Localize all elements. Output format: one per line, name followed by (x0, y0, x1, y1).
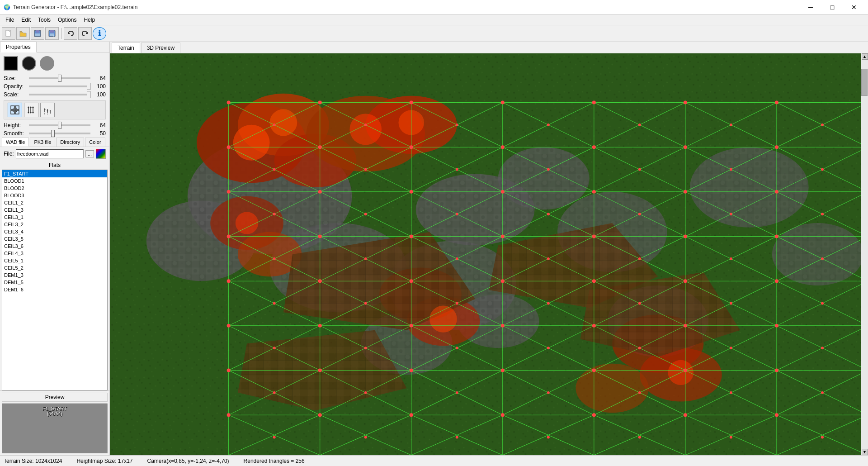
svg-point-243 (227, 235, 231, 238)
file-row: File: ... (0, 147, 109, 161)
flat-item-8[interactable]: CEIL3_4 (2, 228, 107, 235)
redo-button[interactable] (78, 27, 92, 40)
flat-item-16[interactable]: DEM1_6 (2, 286, 107, 293)
svg-point-334 (456, 436, 458, 439)
browse-button[interactable]: ... (85, 150, 94, 157)
brush-area (0, 52, 109, 74)
svg-point-290 (273, 168, 276, 171)
tab-wad-file[interactable]: WAD file (2, 138, 29, 147)
svg-point-238 (501, 190, 505, 194)
flat-item-12[interactable]: CEIL5_1 (2, 257, 107, 264)
flat-item-14[interactable]: DEM1_3 (2, 271, 107, 279)
tool-smooth-button[interactable] (40, 103, 55, 117)
brush-solid-square[interactable] (4, 56, 18, 71)
height-slider[interactable] (29, 124, 90, 126)
flat-list[interactable]: F1_START BLOOD1 BLOOD2 BLOOD3 CEIL1_2 CE… (2, 170, 108, 390)
svg-point-246 (501, 235, 505, 238)
svg-point-270 (501, 369, 505, 372)
brush-circle-soft[interactable] (40, 56, 54, 71)
svg-point-315 (638, 302, 641, 305)
menu-edit[interactable]: Edit (18, 16, 34, 24)
tool-grid-button[interactable] (8, 103, 22, 117)
size-row: Size: 64 (0, 74, 109, 82)
smooth-slider[interactable] (29, 133, 90, 134)
undo-button[interactable] (64, 27, 77, 40)
statusbar: Terrain Size: 1024x1024 Heightmap Size: … (0, 455, 868, 466)
svg-rect-15 (13, 111, 14, 112)
size-slider[interactable] (29, 77, 90, 79)
height-value: 64 (92, 122, 106, 128)
svg-point-225 (775, 101, 778, 105)
new-button[interactable] (2, 27, 15, 40)
info-button[interactable]: ℹ (93, 27, 106, 40)
flat-item-5[interactable]: CEIL1_3 (2, 206, 107, 214)
svg-point-241 (775, 190, 778, 194)
tab-3d-preview[interactable]: 3D Preview (141, 43, 180, 53)
svg-point-303 (821, 213, 824, 215)
opacity-slider[interactable] (29, 86, 90, 87)
tab-directory[interactable]: Directory (56, 138, 84, 147)
flat-item-15[interactable]: DEM1_5 (2, 279, 107, 286)
open-button[interactable] (16, 27, 30, 40)
brush-circle-hard[interactable] (22, 56, 36, 71)
size-label: Size: (4, 75, 27, 81)
menu-file[interactable]: File (2, 16, 18, 24)
scrollbar-vertical[interactable]: ▲ ▼ (861, 53, 868, 455)
svg-point-301 (638, 213, 641, 215)
svg-point-232 (684, 145, 687, 149)
svg-point-271 (592, 369, 596, 372)
svg-point-317 (821, 302, 824, 305)
smooth-value: 50 (92, 130, 106, 137)
svg-point-275 (227, 413, 231, 417)
flat-item-7[interactable]: CEIL3_2 (2, 221, 107, 228)
svg-point-280 (684, 413, 687, 417)
svg-point-299 (456, 213, 458, 215)
flat-item-2[interactable]: BLOOD2 (2, 185, 107, 192)
flat-item-11[interactable]: CEIL4_3 (2, 250, 107, 257)
scale-slider[interactable] (29, 94, 90, 95)
minimize-button[interactable]: ─ (800, 0, 821, 14)
flat-item-1[interactable]: BLOOD1 (2, 177, 107, 185)
tool-updown-button[interactable] (24, 103, 38, 117)
color-palette-button[interactable] (96, 149, 106, 159)
scroll-down-btn[interactable]: ▼ (862, 449, 868, 455)
flat-item-4[interactable]: CEIL1_2 (2, 199, 107, 206)
svg-point-312 (364, 302, 367, 305)
svg-point-336 (638, 436, 641, 439)
close-button[interactable]: ✕ (844, 0, 864, 14)
svg-point-283 (273, 124, 276, 126)
svg-point-85 (349, 114, 382, 145)
svg-point-223 (592, 101, 596, 105)
menu-help[interactable]: Help (80, 16, 99, 24)
svg-point-324 (821, 347, 824, 349)
svg-point-224 (684, 101, 687, 105)
save-button[interactable] (31, 27, 44, 40)
tab-color[interactable]: Color (85, 138, 105, 147)
svg-point-231 (592, 145, 596, 149)
flat-item-9[interactable]: CEIL3_5 (2, 235, 107, 243)
tab-terrain[interactable]: Terrain (112, 43, 140, 53)
save-as-button[interactable]: + (45, 27, 59, 40)
svg-point-265 (775, 324, 778, 328)
scroll-up-btn[interactable]: ▲ (862, 53, 868, 60)
flat-item-10[interactable]: CEIL3_6 (2, 243, 107, 250)
maximize-button[interactable]: □ (822, 0, 843, 14)
flat-item-0[interactable]: F1_START (2, 170, 107, 177)
flat-item-6[interactable]: CEIL3_1 (2, 214, 107, 221)
camera-status: Camera(x=0,85, y=-1,24, z=-4,70) (147, 458, 229, 464)
svg-point-337 (730, 436, 732, 439)
menu-options[interactable]: Options (54, 16, 80, 24)
svg-point-287 (638, 124, 641, 126)
height-label: Height: (4, 122, 27, 128)
scroll-thumb-v[interactable] (861, 69, 868, 96)
svg-point-321 (547, 347, 550, 349)
file-input[interactable] (16, 149, 84, 158)
menu-tools[interactable]: Tools (34, 16, 54, 24)
heightmap-size-status: Heightmap Size: 17x17 (76, 458, 132, 464)
flat-item-13[interactable]: CEIL5_2 (2, 264, 107, 271)
tab-properties[interactable]: Properties (0, 42, 37, 52)
tool-icons-area (4, 100, 106, 119)
preview-section: Preview F1_START (64x64) (0, 390, 109, 455)
flat-item-3[interactable]: BLOOD3 (2, 192, 107, 199)
tab-pk3-file[interactable]: PK3 file (30, 138, 55, 147)
